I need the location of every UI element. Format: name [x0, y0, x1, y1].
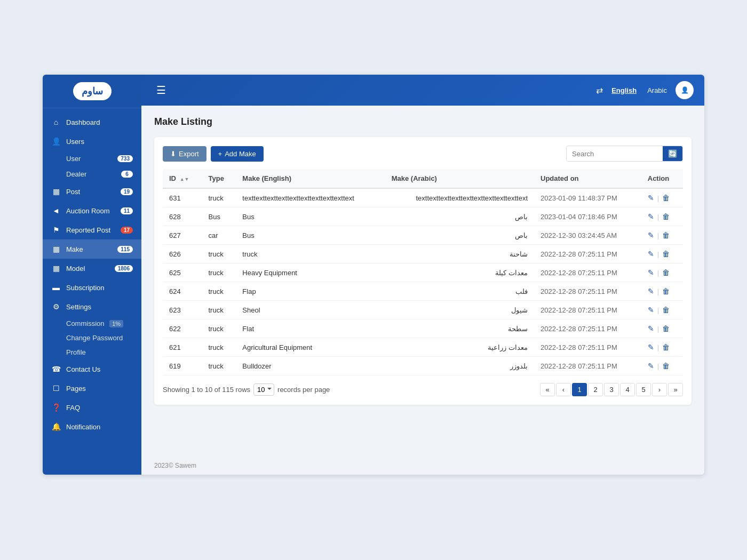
- search-icon: 🔄: [668, 149, 677, 158]
- sidebar-item-users[interactable]: 👤 Users: [43, 132, 141, 151]
- lang-arabic-button[interactable]: Arabic: [645, 85, 669, 95]
- sidebar-item-reported-post[interactable]: ⚑ Reported Post 17: [43, 220, 141, 239]
- edit-icon[interactable]: ✎: [648, 343, 654, 351]
- post-icon: ▦: [51, 187, 61, 196]
- cell-id: 624: [163, 282, 202, 301]
- pagination-last[interactable]: »: [668, 383, 683, 396]
- sidebar-item-profile[interactable]: Profile: [43, 345, 141, 359]
- sidebar-item-contact-us[interactable]: ☎ Contact Us: [43, 359, 141, 379]
- pagination-next[interactable]: ›: [652, 383, 667, 396]
- sort-icon-id[interactable]: ▲▼: [180, 177, 189, 182]
- sidebar-item-commission[interactable]: Commission 1%: [43, 316, 141, 331]
- subscription-icon: ▬: [51, 283, 61, 292]
- edit-icon[interactable]: ✎: [648, 287, 654, 295]
- sidebar-label-subscription: Subscription: [66, 284, 133, 292]
- delete-icon[interactable]: 🗑: [662, 287, 670, 295]
- sidebar-item-auction-room[interactable]: ◄ Auction Room 11: [43, 201, 141, 220]
- cell-updated-on: 2022-12-28 07:25:11 PM: [534, 263, 641, 282]
- cell-updated-on: 2022-12-30 03:24:45 AM: [534, 226, 641, 245]
- delete-icon[interactable]: 🗑: [662, 268, 670, 277]
- edit-icon[interactable]: ✎: [648, 362, 654, 370]
- export-button[interactable]: ⬇ Export: [163, 146, 206, 162]
- cell-id: 628: [163, 207, 202, 226]
- cell-type: truck: [202, 188, 236, 207]
- hamburger-button[interactable]: ☰: [152, 82, 170, 99]
- cell-id: 623: [163, 301, 202, 319]
- cell-type: truck: [202, 245, 236, 263]
- cell-updated-on: 2022-12-28 07:25:11 PM: [534, 319, 641, 338]
- add-make-button[interactable]: + Add Make: [211, 146, 264, 162]
- sidebar-item-notification[interactable]: 🔔 Notification: [43, 417, 141, 436]
- cell-updated-on: 2023-01-04 07:18:46 PM: [534, 207, 641, 226]
- copyright-text: 2023© Sawem: [154, 462, 196, 469]
- per-page-select[interactable]: 10 25 50: [253, 383, 274, 396]
- settings-sub: Commission 1% Change Password Profile: [43, 316, 141, 359]
- table-container: ⬇ Export + Add Make 🔄: [154, 137, 692, 405]
- faq-icon: ❓: [51, 403, 61, 412]
- sidebar-item-settings[interactable]: ⚙ Settings: [43, 297, 141, 316]
- cell-make-arabic: فلب: [385, 282, 534, 301]
- auction-icon: ◄: [51, 206, 61, 215]
- cell-updated-on: 2023-01-09 11:48:37 PM: [534, 188, 641, 207]
- cell-make-arabic: بلدوزر: [385, 357, 534, 375]
- table-row: 624 truck Flap فلب 2022-12-28 07:25:11 P…: [163, 282, 683, 301]
- sidebar-item-post[interactable]: ▦ Post 19: [43, 182, 141, 201]
- cell-updated-on: 2022-12-28 07:25:11 PM: [534, 357, 641, 375]
- cell-type: truck: [202, 357, 236, 375]
- pagination-page-4[interactable]: 4: [620, 383, 635, 396]
- lang-english-button[interactable]: English: [609, 85, 639, 95]
- pagination-page-5[interactable]: 5: [636, 383, 651, 396]
- sidebar-item-faq[interactable]: ❓ FAQ: [43, 398, 141, 417]
- sidebar-sublabel-user: User: [66, 155, 81, 163]
- cell-make-arabic: باص: [385, 207, 534, 226]
- sidebar-badge-model: 1806: [115, 265, 133, 272]
- table-footer: Showing 1 to 10 of 115 rows 10 25 50 rec…: [163, 383, 683, 396]
- cell-updated-on: 2022-12-28 07:25:11 PM: [534, 301, 641, 319]
- edit-icon[interactable]: ✎: [648, 212, 654, 221]
- sidebar-item-dealer[interactable]: Dealer 6: [43, 166, 141, 182]
- user-avatar[interactable]: 👤: [676, 81, 694, 99]
- logo-text: ساوم: [82, 85, 103, 97]
- cell-id: 621: [163, 338, 202, 357]
- sidebar-item-change-password[interactable]: Change Password: [43, 331, 141, 345]
- delete-icon[interactable]: 🗑: [662, 324, 670, 333]
- cell-make-english: Agricultural Equipment: [236, 338, 385, 357]
- pagination-prev[interactable]: ‹: [556, 383, 571, 396]
- delete-icon[interactable]: 🗑: [662, 362, 670, 370]
- sidebar-item-make[interactable]: ▦ Make 115: [43, 239, 141, 259]
- edit-icon[interactable]: ✎: [648, 250, 654, 258]
- delete-icon[interactable]: 🗑: [662, 194, 670, 202]
- settings-icon: ⚙: [51, 302, 61, 311]
- sidebar-item-subscription[interactable]: ▬ Subscription: [43, 278, 141, 297]
- sidebar-label-make: Make: [66, 245, 117, 253]
- sidebar-badge-auction: 11: [121, 207, 133, 214]
- sidebar-item-pages[interactable]: ☐ Pages: [43, 379, 141, 398]
- pagination: «‹12345›»: [540, 383, 683, 396]
- table-row: 626 truck truck شاحنة 2022-12-28 07:25:1…: [163, 245, 683, 263]
- search-button[interactable]: 🔄: [663, 146, 682, 161]
- sidebar-item-dashboard[interactable]: ⌂ Dashboard: [43, 113, 141, 132]
- delete-icon[interactable]: 🗑: [662, 343, 670, 351]
- cell-action: ✎ | 🗑: [641, 319, 683, 338]
- sidebar-item-user[interactable]: User 733: [43, 151, 141, 166]
- model-icon: ▦: [51, 263, 61, 273]
- pagination-page-1[interactable]: 1: [572, 383, 587, 396]
- search-input[interactable]: [567, 147, 663, 161]
- edit-icon[interactable]: ✎: [648, 324, 654, 333]
- edit-icon[interactable]: ✎: [648, 194, 654, 202]
- edit-icon[interactable]: ✎: [648, 306, 654, 314]
- pagination-first[interactable]: «: [540, 383, 555, 396]
- cell-type: truck: [202, 263, 236, 282]
- make-icon: ▦: [51, 244, 61, 254]
- delete-icon[interactable]: 🗑: [662, 306, 670, 314]
- edit-icon[interactable]: ✎: [648, 268, 654, 277]
- delete-icon[interactable]: 🗑: [662, 231, 670, 239]
- cell-action: ✎ | 🗑: [641, 207, 683, 226]
- sidebar-item-model[interactable]: ▦ Model 1806: [43, 259, 141, 278]
- edit-icon[interactable]: ✎: [648, 231, 654, 239]
- pagination-page-3[interactable]: 3: [604, 383, 619, 396]
- sidebar-badge-dealer: 6: [121, 171, 133, 178]
- delete-icon[interactable]: 🗑: [662, 250, 670, 258]
- pagination-page-2[interactable]: 2: [588, 383, 603, 396]
- delete-icon[interactable]: 🗑: [662, 212, 670, 221]
